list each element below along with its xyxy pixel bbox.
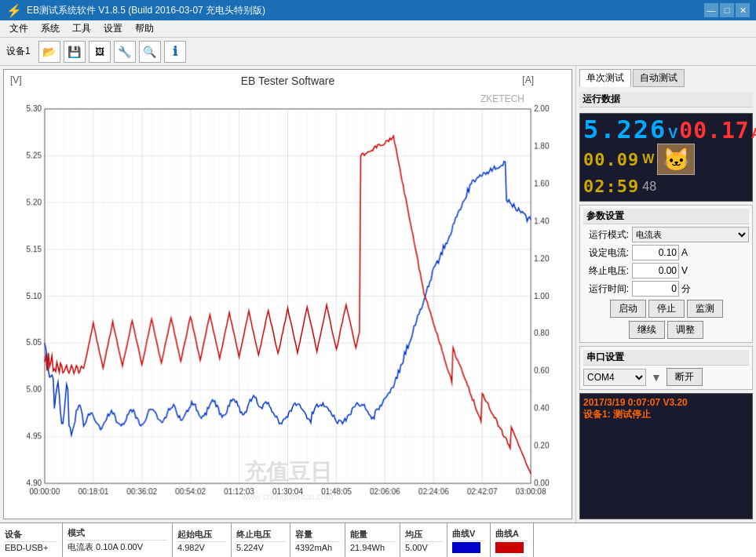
menu-tools[interactable]: 工具 [66,20,97,37]
menu-help[interactable]: 帮助 [129,20,160,37]
current-dec: 17 [721,118,750,144]
status-start-v-value: 4.982V [177,543,226,552]
status-mode: 模式 电流表 0.10A 0.00V [63,523,173,557]
image-button[interactable]: 🖼 [89,41,111,63]
status-capacity: 容量 4392mAh [290,523,345,557]
port-section: 串口设置 COM4 ▼ 断开 [579,346,753,390]
status-device-header: 设备 [5,529,57,542]
status-end-v-header: 终止电压 [236,529,285,542]
close-button[interactable]: ✕ [736,3,750,17]
current-set-input[interactable] [632,245,679,260]
run-time-row: 运行时间: 分 [583,281,749,297]
search-button[interactable]: 🔍 [139,41,161,63]
status-energy-value: 21.94Wh [350,543,395,552]
menu-file[interactable]: 文件 [3,20,35,37]
status-end-v-value: 5.224V [236,543,285,552]
log-area: 2017/3/19 0:07:07 V3.20 设备1: 测试停止 [579,393,753,519]
menu-bar: 文件 系统 工具 设置 帮助 [0,20,756,38]
status-start-v: 起始电压 4.982V [173,523,232,557]
voltage-end-label: 终止电压: [583,264,629,278]
adjust-button[interactable]: 调整 [667,321,703,339]
status-curve-a: 曲线A [491,523,534,557]
tools-button[interactable]: 🔧 [114,41,136,63]
voltage-end-row: 终止电压: V [583,263,749,278]
power-unit: W [642,152,654,166]
toolbar: 设备1 📂 💾 🖼 🔧 🔍 ℹ [0,38,756,66]
device-label: 设备1 [6,45,31,58]
status-device-value: EBD-USB+ [5,543,57,552]
chart-canvas [4,70,572,519]
info-button[interactable]: ℹ [164,41,186,63]
current-int: 00. [679,118,721,144]
status-curve-v-header: 曲线V [452,528,485,541]
mode-select[interactable]: 电流表 [632,227,749,242]
log-line-1: 2017/3/19 0:07:07 V3.20 [583,397,749,408]
y-axis-right-label: [A] [522,75,534,86]
menu-settings[interactable]: 设置 [97,20,129,37]
voltage-end-input[interactable] [632,263,679,278]
status-avg-v-header: 均压 [405,529,442,542]
current-set-label: 设定电流: [583,246,629,260]
status-energy: 能量 21.94Wh [345,523,400,557]
run-time-unit: 分 [681,282,696,296]
save-button[interactable]: 💾 [64,41,86,63]
start-button[interactable]: 启动 [610,300,646,318]
current-unit: A [751,126,756,142]
params-title: 参数设置 [583,209,749,224]
run-time-label: 运行时间: [583,282,629,296]
status-avg-v-value: 5.00V [405,543,442,552]
voltage-display: 5.226 [583,117,667,142]
main-area: EB Tester Software ZKETECH [V] [A] 充值豆日 … [0,66,756,522]
chart-area: EB Tester Software ZKETECH [V] [A] 充值豆日 … [3,69,572,519]
time-display: 02:59 [583,177,639,196]
maximize-button[interactable]: □ [720,3,734,17]
status-end-v: 终止电压 5.224V [232,523,290,557]
stop-button[interactable]: 停止 [648,300,685,318]
current-set-unit: A [681,247,696,258]
tab-single[interactable]: 单次测试 [579,69,631,87]
running-data: 5.226 V 00.17 A 00.09 W 🐱 02:59 48 [579,113,753,202]
port-select[interactable]: COM4 [583,369,646,386]
tab-row: 单次测试 自动测试 [579,69,753,87]
menu-system[interactable]: 系统 [35,20,66,37]
disconnect-button[interactable]: 断开 [667,368,703,386]
chart-title: EB Tester Software [241,75,335,87]
curve-a-swatch [495,542,524,553]
params-section: 参数设置 运行模式: 电流表 设定电流: A 终止电压: V 运行时间: 分 [579,205,753,343]
zketech-label: ZKETECH [480,93,524,104]
status-avg-v: 均压 5.00V [400,523,447,557]
log-line-2: 设备1: 测试停止 [583,408,749,421]
run-time-input[interactable] [632,281,679,297]
status-device: 设备 EBD-USB+ [0,523,63,557]
status-curve-a-header: 曲线A [495,528,528,541]
voltage-end-unit: V [681,265,696,276]
time-seconds: 48 [642,180,656,194]
power-display: 00.09 [583,150,639,169]
port-title: 串口设置 [583,350,749,366]
right-panel: 单次测试 自动测试 运行数据 5.226 V 00.17 A 00.09 W 🐱… [575,66,756,522]
status-capacity-header: 容量 [295,529,340,542]
y-axis-left-label: [V] [10,75,22,86]
current-display: 00.17 [679,120,749,142]
cat-image: 🐱 [657,144,695,175]
minimize-button[interactable]: — [704,3,718,17]
status-energy-header: 能量 [350,529,395,542]
status-mode-value: 电流表 0.10A 0.00V [68,541,167,553]
status-bar: 设备 EBD-USB+ 模式 电流表 0.10A 0.00V 起始电压 4.98… [0,522,756,557]
continue-button[interactable]: 继续 [629,321,665,339]
status-curve-v: 曲线V [447,523,491,557]
voltage-unit: V [668,126,677,142]
curve-v-swatch [452,542,480,553]
open-button[interactable]: 📂 [38,41,60,63]
running-data-title: 运行数据 [579,92,753,107]
secondary-buttons: 继续 调整 [583,321,749,339]
current-set-row: 设定电流: A [583,245,749,260]
status-start-v-header: 起始电压 [177,529,226,542]
title-bar: ⚡ EB测试系统软件 V1.8.5 (Build 2016-03-07 充电头特… [0,0,756,20]
monitor-button[interactable]: 监测 [687,300,723,318]
app-title: EB测试系统软件 V1.8.5 (Build 2016-03-07 充电头特别版… [27,4,265,17]
mode-row: 运行模式: 电流表 [583,227,749,242]
mode-label: 运行模式: [583,228,629,242]
tab-auto[interactable]: 自动测试 [633,69,685,87]
control-buttons: 启动 停止 监测 [583,300,749,318]
